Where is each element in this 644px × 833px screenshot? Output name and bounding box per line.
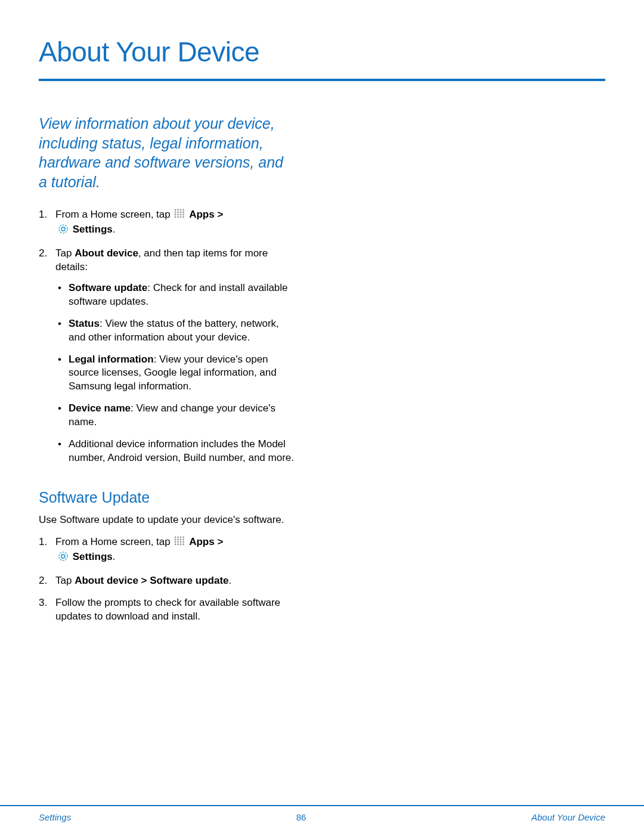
svg-point-17 [61,227,65,231]
svg-point-5 [178,212,179,213]
intro-text: View information about your device, incl… [39,114,295,191]
software-update-intro: Use Software update to update your devic… [39,513,295,527]
step-2-prefix: Tap [55,247,75,259]
bullet-rest: Additional device information includes t… [69,438,294,463]
svg-point-19 [178,537,179,538]
svg-point-33 [183,544,185,546]
content-column: View information about your device, incl… [39,114,295,624]
apps-icon [174,209,185,223]
software-update-heading: Software Update [39,489,295,506]
footer-page-number: 86 [296,812,306,822]
step-3: Follow the prompts to check for availabl… [39,596,295,624]
step-2: Tap About device > Software update. [39,574,295,588]
svg-point-32 [180,544,182,546]
step-1: From a Home screen, tap Apps > [39,535,295,566]
svg-point-12 [175,216,177,218]
step-2-bold: About device > Software update [75,575,228,586]
step-2-suffix: . [229,575,232,586]
svg-point-16 [59,225,67,233]
period: . [113,224,116,235]
bullet-item: Legal information: View your device's op… [55,353,295,394]
bullet-item: Additional device information includes t… [55,438,295,465]
bullet-bold: Device name [69,402,131,414]
gt-sep: > [215,536,224,547]
svg-point-10 [180,214,182,216]
svg-point-1 [178,209,179,211]
svg-point-0 [175,209,177,211]
step-1: From a Home screen, tap Apps > [39,208,295,239]
settings-icon [58,551,69,566]
bullet-bold: Status [69,318,100,329]
bullet-item: Status: View the status of the battery, … [55,317,295,345]
bullet-item: Device name: View and change your device… [55,402,295,429]
svg-point-9 [178,214,179,216]
settings-label: Settings [73,224,113,235]
footer-left: Settings [39,812,71,822]
svg-point-35 [61,555,65,558]
step-2-prefix: Tap [55,575,75,586]
page-title: About Your Device [39,36,605,68]
apps-label: Apps [189,209,215,220]
svg-point-28 [180,541,182,543]
svg-point-2 [180,209,182,211]
steps-list-2: From a Home screen, tap Apps > [39,535,295,624]
svg-point-20 [180,537,182,538]
svg-point-26 [175,541,177,543]
page-footer: Settings 86 About Your Device [0,805,644,833]
apps-icon [174,536,185,550]
svg-point-11 [183,214,185,216]
svg-point-15 [183,216,185,218]
step-3-text: Follow the prompts to check for availabl… [55,597,280,622]
svg-point-27 [178,541,179,543]
svg-point-34 [59,552,67,561]
svg-point-24 [180,539,182,541]
svg-point-25 [183,539,185,541]
bullet-rest: : View the status of the battery, networ… [69,318,279,343]
step-2-bold: About device [75,247,138,259]
svg-point-13 [178,216,179,218]
apps-label: Apps [189,536,215,547]
footer-right: About Your Device [531,812,605,822]
step-1-prefix: From a Home screen, tap [55,536,173,547]
step-1-prefix: From a Home screen, tap [55,209,173,220]
svg-point-14 [180,216,182,218]
svg-point-18 [175,537,177,538]
svg-point-8 [175,214,177,216]
settings-icon [58,224,69,239]
gt-sep: > [215,209,224,220]
bullets-list: Software update: Check for and install a… [55,281,295,465]
svg-point-23 [178,539,179,541]
svg-point-3 [183,209,185,211]
svg-point-29 [183,541,185,543]
svg-point-31 [178,544,179,546]
svg-point-22 [175,539,177,541]
period: . [113,551,116,562]
bullet-bold: Legal information [69,354,154,365]
bullet-item: Software update: Check for and install a… [55,281,295,309]
svg-point-7 [183,212,185,213]
svg-point-30 [175,544,177,546]
bullet-bold: Software update [69,282,147,293]
svg-point-4 [175,212,177,213]
svg-point-21 [183,537,185,538]
svg-point-6 [180,212,182,213]
steps-list-1: From a Home screen, tap Apps > [39,208,295,465]
settings-label: Settings [73,551,113,562]
title-divider [39,79,605,81]
step-2: Tap About device, and then tap items for… [39,247,295,465]
